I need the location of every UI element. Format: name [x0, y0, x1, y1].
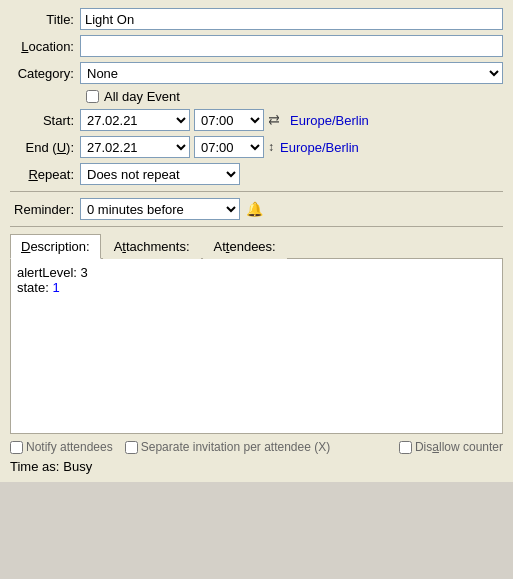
description-content: alertLevel: 3 state: 1	[10, 259, 503, 434]
allday-row: All day Event	[86, 89, 503, 104]
start-time-select[interactable]: 07:00	[194, 109, 264, 131]
disallow-container: Disallow counter	[399, 440, 503, 454]
divider-2	[10, 226, 503, 227]
end-label: End (U):	[10, 140, 80, 155]
end-time-select[interactable]: 07:00	[194, 136, 264, 158]
divider-1	[10, 191, 503, 192]
tab-attachments[interactable]: Attachments:	[103, 234, 201, 259]
location-row: Location:	[10, 35, 503, 57]
category-label: Category:	[10, 66, 80, 81]
tab-attendees[interactable]: Attendees:	[203, 234, 287, 259]
title-input[interactable]	[80, 8, 503, 30]
reminder-select[interactable]: 0 minutes before	[80, 198, 240, 220]
repeat-label: Repeat:	[10, 167, 80, 182]
tabs-container: Description: Attachments: Attendees:	[10, 233, 503, 259]
category-select[interactable]: None	[80, 62, 503, 84]
title-row: Title:	[10, 8, 503, 30]
bell-icon: 🔔	[246, 201, 263, 217]
reminder-row: Reminder: 0 minutes before 🔔	[10, 198, 503, 220]
notify-checkbox[interactable]	[10, 441, 23, 454]
reminder-label: Reminder:	[10, 202, 80, 217]
description-line2: state: 1	[17, 280, 496, 295]
end-swap-icon[interactable]: ↕	[268, 140, 274, 154]
tab-description[interactable]: Description:	[10, 234, 101, 259]
separate-text: Separate invitation per attendee (X)	[141, 440, 330, 454]
start-row: Start: 27.02.21 07:00 ⇅ Europe/Berlin	[10, 109, 503, 131]
timeas-row: Time as: Busy	[10, 459, 503, 474]
swap-icon[interactable]: ⇅	[266, 114, 282, 126]
notify-label: Notify attendees	[10, 440, 113, 454]
start-label: Start:	[10, 113, 80, 128]
title-label: Title:	[10, 12, 80, 27]
category-row: Category: None	[10, 62, 503, 84]
event-form: Title: Location: Category: None All day …	[0, 0, 513, 482]
timeas-label: Time as:	[10, 459, 59, 474]
start-date-select[interactable]: 27.02.21	[80, 109, 190, 131]
allday-label: All day Event	[104, 89, 180, 104]
location-label: Location:	[10, 39, 80, 54]
separate-checkbox[interactable]	[125, 441, 138, 454]
disallow-text: Disallow counter	[415, 440, 503, 454]
end-date-select[interactable]: 27.02.21	[80, 136, 190, 158]
timeas-value: Busy	[63, 459, 92, 474]
disallow-checkbox[interactable]	[399, 441, 412, 454]
description-state-value: 1	[52, 280, 59, 295]
repeat-select[interactable]: Does not repeat	[80, 163, 240, 185]
location-input[interactable]	[80, 35, 503, 57]
notify-text: Notify attendees	[26, 440, 113, 454]
bottom-options-row: Notify attendees Separate invitation per…	[10, 440, 503, 454]
separate-label: Separate invitation per attendee (X)	[125, 440, 330, 454]
description-line1: alertLevel: 3	[17, 265, 496, 280]
allday-checkbox[interactable]	[86, 90, 99, 103]
end-timezone-link[interactable]: Europe/Berlin	[280, 140, 359, 155]
end-row: End (U): 27.02.21 07:00 ↕ Europe/Berlin	[10, 136, 503, 158]
start-timezone-link[interactable]: Europe/Berlin	[290, 113, 369, 128]
repeat-row: Repeat: Does not repeat	[10, 163, 503, 185]
